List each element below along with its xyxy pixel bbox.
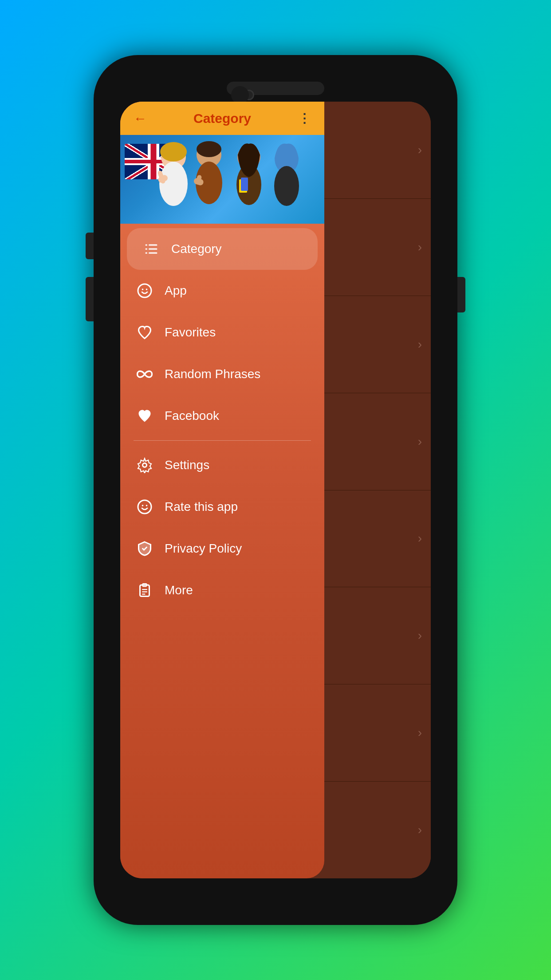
volume-down-button [86,277,94,321]
menu-item-facebook[interactable]: Facebook [120,395,324,437]
right-item-5[interactable]: › [324,490,431,588]
top-bar: ← Category ⋮ [120,102,324,135]
right-item-2[interactable]: › [324,199,431,296]
camera [244,90,254,100]
list-icon [140,238,162,260]
svg-point-27 [138,500,151,514]
menu-item-settings[interactable]: Settings [120,444,324,486]
svg-rect-10 [241,178,248,191]
svg-point-2 [160,142,187,162]
svg-rect-17 [146,245,148,246]
chevron-icon-5: › [418,531,422,545]
right-panel: › › › › › › › [324,102,431,878]
svg-point-26 [143,463,147,467]
right-item-1[interactable]: › [324,102,431,199]
menu-item-privacy-policy[interactable]: Privacy Policy [120,528,324,569]
smile-icon-rate [134,496,156,518]
app-container: ← Category ⋮ [120,102,431,878]
privacy-policy-label: Privacy Policy [165,541,242,556]
svg-point-25 [146,288,148,290]
menu-item-rate-app[interactable]: Rate this app [120,486,324,528]
svg-point-24 [142,288,144,290]
menu-item-random-phrases[interactable]: Random Phrases [120,353,324,395]
menu-item-category[interactable]: Category [127,228,318,270]
menu-items-list: Category App [120,224,324,878]
menu-panel: ← Category ⋮ [120,102,324,878]
more-options-button[interactable]: ⋮ [293,107,315,130]
chevron-icon-4: › [418,435,422,449]
right-item-7[interactable]: › [324,684,431,782]
three-dots-icon: ⋮ [298,111,311,126]
back-button[interactable]: ← [129,107,151,130]
heart-filled-icon [134,405,156,427]
svg-rect-33 [142,591,147,592]
menu-item-app[interactable]: App [120,270,324,312]
svg-rect-18 [146,249,148,250]
power-button [457,277,465,312]
svg-rect-32 [142,589,147,590]
back-arrow-icon: ← [134,111,147,126]
random-phrases-label: Random Phrases [165,367,260,381]
right-item-6[interactable]: › [324,587,431,684]
people-illustration [120,135,324,224]
chevron-icon-6: › [418,628,422,643]
svg-rect-19 [146,253,148,254]
chevron-icon-1: › [418,143,422,157]
page-title: Category [151,111,293,126]
svg-rect-21 [149,249,157,250]
svg-point-6 [197,141,221,157]
right-item-3[interactable]: › [324,296,431,393]
right-item-4[interactable]: › [324,393,431,490]
shield-icon [134,537,156,560]
facebook-label: Facebook [165,409,219,423]
chevron-icon-2: › [418,240,422,254]
phone-device: ← Category ⋮ [94,55,457,925]
heart-outline-icon [134,321,156,344]
svg-point-29 [146,505,148,506]
svg-point-23 [138,284,151,297]
svg-point-12 [274,166,299,206]
smile-icon-app [134,280,156,302]
chevron-icon-8: › [418,823,422,837]
category-label: Category [171,242,222,256]
favorites-label: Favorites [165,325,216,340]
svg-rect-34 [142,594,146,595]
chevron-icon-3: › [418,337,422,352]
svg-point-28 [142,505,144,506]
infinity-icon [134,363,156,385]
settings-label: Settings [165,458,209,472]
menu-divider [134,440,311,441]
phone-screen: ← Category ⋮ [120,102,431,878]
app-label: App [165,284,187,298]
right-item-8[interactable]: › [324,782,431,878]
menu-item-more[interactable]: More [120,569,324,611]
menu-item-favorites[interactable]: Favorites [120,312,324,353]
volume-up-button [86,233,94,259]
more-label: More [165,583,193,597]
gear-icon [134,454,156,476]
svg-rect-20 [149,245,157,246]
clipboard-icon [134,579,156,601]
svg-point-1 [159,162,188,206]
svg-rect-22 [149,253,157,254]
header-image [120,135,324,224]
chevron-icon-7: › [418,726,422,740]
rate-app-label: Rate this app [165,500,238,514]
